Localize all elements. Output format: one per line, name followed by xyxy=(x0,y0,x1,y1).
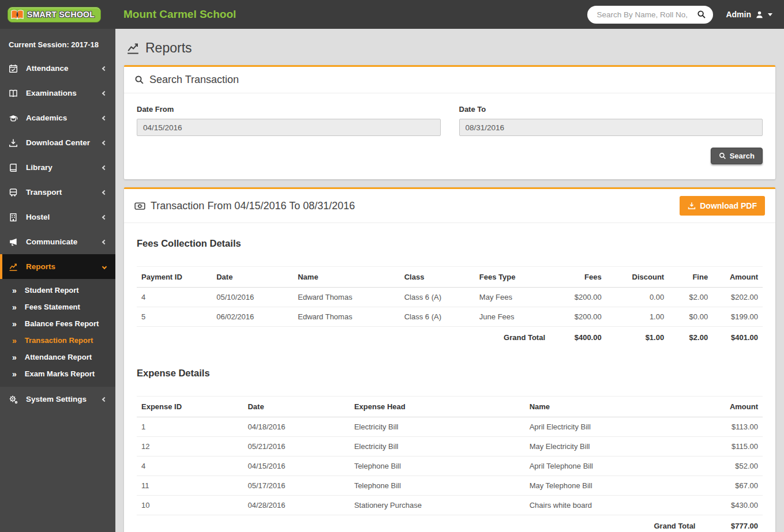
cell-payment-id: 5 xyxy=(137,307,212,327)
submenu-item-attendance-report[interactable]: » Attendance Report xyxy=(0,349,115,365)
chevron-left-icon xyxy=(102,214,107,219)
submenu-item-student-report[interactable]: » Student Report xyxy=(0,282,115,299)
search-icon[interactable] xyxy=(697,10,706,19)
cell-discount: 0.00 xyxy=(606,288,669,307)
table-row: 10 04/28/2016 Stationery Purchase Chairs… xyxy=(137,496,763,515)
open-book-logo-icon xyxy=(10,9,24,21)
submenu-item-transaction-report[interactable]: » Transaction Report xyxy=(0,332,115,349)
submenu-item-balance-fees-report[interactable]: » Balance Fees Report xyxy=(0,315,115,332)
sidebar-item-transport[interactable]: Transport xyxy=(0,180,115,205)
building-icon xyxy=(9,212,18,222)
sidebar-item-academics[interactable]: Academics xyxy=(0,105,115,130)
submenu-item-label: Fees Statement xyxy=(25,303,80,311)
cell-expense-id: 10 xyxy=(137,496,243,515)
sidebar-item-label: Download Center xyxy=(26,138,103,147)
submenu-item-label: Exam Marks Report xyxy=(25,369,95,378)
double-arrow-icon: » xyxy=(12,370,17,378)
search-button[interactable]: Search xyxy=(711,148,763,164)
cell-class: Class 6 (A) xyxy=(400,307,475,327)
caret-down-icon xyxy=(768,13,772,16)
cell-expense-head: Telephone Bill xyxy=(350,476,525,496)
cell-expense-id: 4 xyxy=(137,456,243,476)
sidebar-item-label: Hostel xyxy=(26,213,103,221)
expense-table-header-row: Expense ID Date Expense Head Name Amount xyxy=(137,397,763,417)
book-open-icon xyxy=(9,88,18,98)
chevron-left-icon xyxy=(102,165,107,169)
cell-expense-head: Stationery Purchase xyxy=(350,496,525,515)
cell-amount: $113.00 xyxy=(700,417,763,437)
logo[interactable]: SMART SCHOOL xyxy=(0,7,115,22)
chevron-left-icon xyxy=(102,239,107,244)
sidebar-item-label: System Settings xyxy=(26,395,103,403)
sidebar-item-attendance[interactable]: Attendance xyxy=(0,56,115,81)
column-header: Discount xyxy=(606,267,669,288)
cell-name: Edward Thomas xyxy=(293,307,399,327)
cell-amount: $199.00 xyxy=(712,307,763,327)
sidebar-item-reports[interactable]: Reports xyxy=(0,254,115,279)
fees-grand-total-row: Grand Total $400.00 $1.00 $2.00 $401.00 xyxy=(137,327,763,348)
download-pdf-button[interactable]: Download PDF xyxy=(680,196,765,216)
sidebar-item-library[interactable]: Library xyxy=(0,155,115,180)
sidebar: Current Session: 2017-18 Attendance Exam… xyxy=(0,29,115,532)
search-transaction-title-text: Search Transaction xyxy=(149,74,239,86)
cell-amount: $430.00 xyxy=(700,496,763,515)
sidebar-item-download-center[interactable]: Download Center xyxy=(0,130,115,155)
cell-amount: $202.00 xyxy=(712,288,763,307)
megaphone-icon xyxy=(9,237,18,247)
search-transaction-panel: Search Transaction Date From Date To xyxy=(124,65,775,179)
transaction-title: Transaction From 04/15/2016 To 08/31/201… xyxy=(134,200,355,212)
sidebar-item-label: Academics xyxy=(26,114,103,122)
search-icon xyxy=(134,75,144,85)
cell-date: 05/21/2016 xyxy=(243,437,349,456)
cell-date: 04/15/2016 xyxy=(243,456,349,476)
cell-fees: $200.00 xyxy=(550,307,606,327)
cell-name: Edward Thomas xyxy=(293,288,399,307)
double-arrow-icon: » xyxy=(12,320,17,328)
download-icon xyxy=(9,138,18,148)
date-from-field[interactable] xyxy=(137,119,441,136)
table-row: 4 04/15/2016 Telephone Bill April Teleph… xyxy=(137,456,763,476)
column-header: Name xyxy=(293,267,399,288)
chevron-down-icon xyxy=(102,264,107,269)
transaction-title-text: Transaction From 04/15/2016 To 08/31/201… xyxy=(151,200,355,212)
expense-section-title: Expense Details xyxy=(137,368,763,379)
sidebar-item-system-settings[interactable]: System Settings xyxy=(0,387,115,412)
date-to-field[interactable] xyxy=(459,119,763,136)
submenu-item-label: Student Report xyxy=(25,286,79,295)
expense-grand-total-row: Grand Total $777.00 xyxy=(137,515,763,532)
transaction-report-panel: Transaction From 04/15/2016 To 08/31/201… xyxy=(124,187,775,532)
table-row: 5 06/02/2016 Edward Thomas Class 6 (A) J… xyxy=(137,307,763,327)
cell-fees: $200.00 xyxy=(550,288,606,307)
main-content: Reports Search Transaction Date From xyxy=(115,29,784,532)
table-row: 4 05/10/2016 Edward Thomas Class 6 (A) M… xyxy=(137,288,763,307)
submenu-item-label: Attendance Report xyxy=(25,353,92,361)
submenu-item-exam-marks-report[interactable]: » Exam Marks Report xyxy=(0,365,115,382)
admin-label: Admin xyxy=(726,10,751,19)
cell-class: Class 6 (A) xyxy=(400,288,475,307)
chevron-left-icon xyxy=(102,397,107,401)
cell-expense-head: Electricity Bill xyxy=(350,437,525,456)
search-button-label: Search xyxy=(730,152,755,160)
sidebar-item-communicate[interactable]: Communicate xyxy=(0,229,115,254)
sidebar-item-label: Communicate xyxy=(26,237,103,246)
grand-total-amount: $401.00 xyxy=(712,327,763,348)
table-row: 11 05/17/2016 Telephone Bill May Telepho… xyxy=(137,476,763,496)
submenu-item-fees-statement[interactable]: » Fees Statement xyxy=(0,299,115,315)
global-search xyxy=(587,6,713,24)
sidebar-item-examinations[interactable]: Examinations xyxy=(0,81,115,105)
admin-menu[interactable]: Admin xyxy=(726,10,772,19)
column-header: Amount xyxy=(700,397,763,417)
sidebar-item-hostel[interactable]: Hostel xyxy=(0,205,115,229)
bus-icon xyxy=(9,187,18,197)
cell-amount: $115.00 xyxy=(700,437,763,456)
double-arrow-icon: » xyxy=(12,337,17,345)
cell-expense-head: Telephone Bill xyxy=(350,456,525,476)
table-row: 12 05/21/2016 Electricity Bill May Elect… xyxy=(137,437,763,456)
line-chart-icon xyxy=(126,41,140,55)
expense-details-table: Expense ID Date Expense Head Name Amount… xyxy=(137,396,763,532)
double-arrow-icon: » xyxy=(12,303,17,311)
page-title: Reports xyxy=(126,40,775,56)
chevron-left-icon xyxy=(102,190,107,194)
global-search-input[interactable] xyxy=(595,10,697,20)
table-row: 1 04/18/2016 Electricity Bill April Elec… xyxy=(137,417,763,437)
